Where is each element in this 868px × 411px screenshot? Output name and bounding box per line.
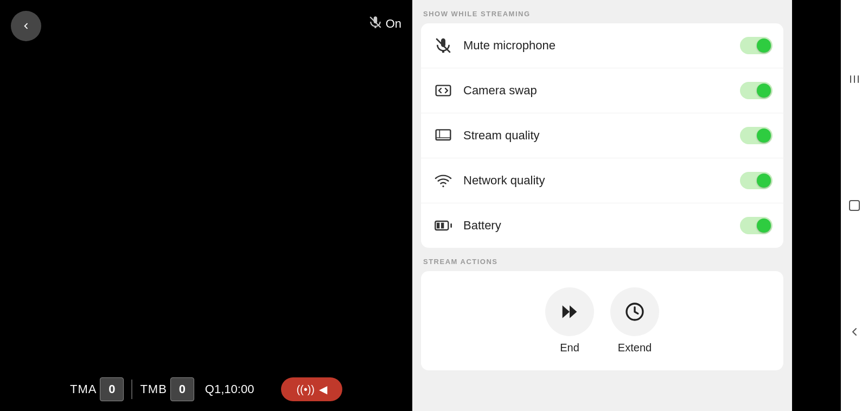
score-divider	[131, 380, 132, 399]
edge-navigation	[841, 0, 868, 411]
battery-toggle[interactable]	[740, 217, 773, 234]
extend-label: Extend	[618, 342, 652, 354]
svg-rect-12	[850, 201, 859, 210]
stream-actions-header: STREAM ACTIONS	[412, 248, 792, 271]
network-quality-label: Network quality	[463, 174, 731, 188]
live-button[interactable]: ((•)) ◀	[281, 377, 342, 401]
mic-status: On	[368, 15, 401, 33]
stream-quality-row: Stream quality	[421, 113, 783, 158]
back-button[interactable]	[11, 11, 41, 41]
mute-microphone-row: Mute microphone	[421, 23, 783, 68]
square-button[interactable]	[844, 195, 865, 216]
extend-button[interactable]: Extend	[610, 287, 659, 354]
network-quality-toggle[interactable]	[740, 172, 773, 189]
chevron-right-button[interactable]	[844, 321, 865, 343]
mute-microphone-label: Mute microphone	[463, 38, 731, 53]
end-icon-circle	[545, 287, 594, 336]
team-a-section: TMA 0	[70, 377, 124, 401]
svg-rect-10	[854, 75, 855, 83]
team-b-score: 0	[170, 377, 194, 401]
team-a-label: TMA	[70, 382, 97, 396]
team-a-score: 0	[100, 377, 124, 401]
camera-swap-toggle[interactable]	[740, 82, 773, 99]
battery-icon	[432, 214, 455, 237]
stream-quality-toggle[interactable]	[740, 127, 773, 144]
svg-rect-6	[437, 223, 439, 229]
svg-rect-2	[436, 86, 451, 96]
stream-actions-card: End Extend	[421, 271, 783, 370]
live-label: ◀	[319, 383, 327, 396]
team-b-label: TMB	[140, 382, 167, 396]
scoreboard: TMA 0 TMB 0 Q1,10:00 ((•)) ◀	[0, 377, 412, 401]
network-quality-row: Network quality	[421, 158, 783, 203]
stream-quality-label: Stream quality	[463, 129, 731, 143]
mute-microphone-toggle[interactable]	[740, 37, 773, 54]
mute-mic-icon	[432, 34, 455, 57]
mic-on-label: On	[386, 17, 401, 31]
mic-icon	[368, 15, 382, 33]
team-b-section: TMB 0	[140, 377, 194, 401]
svg-rect-3	[436, 130, 451, 140]
camera-swap-icon	[432, 79, 455, 102]
settings-card: Mute microphone Camera swap	[421, 23, 783, 248]
end-button[interactable]: End	[545, 287, 594, 354]
bars-button[interactable]	[844, 68, 865, 90]
stream-quality-icon	[432, 124, 455, 147]
video-panel: On TMA 0 TMB 0 Q1,10:00 ((•)) ◀	[0, 0, 412, 411]
main-layout: On TMA 0 TMB 0 Q1,10:00 ((•)) ◀ SHOW WHI…	[0, 0, 868, 411]
battery-row: Battery	[421, 203, 783, 248]
live-icon: ((•))	[296, 383, 315, 396]
extend-icon-circle	[610, 287, 659, 336]
camera-swap-label: Camera swap	[463, 84, 731, 98]
show-while-streaming-header: SHOW WHILE STREAMING	[412, 0, 792, 23]
svg-rect-7	[441, 223, 444, 229]
svg-rect-9	[850, 75, 851, 83]
svg-point-4	[442, 185, 444, 187]
camera-swap-row: Camera swap	[421, 68, 783, 113]
svg-rect-11	[858, 75, 859, 83]
battery-label: Battery	[463, 219, 731, 233]
settings-panel: SHOW WHILE STREAMING Mute microphone	[412, 0, 792, 411]
network-quality-icon	[432, 169, 455, 192]
end-label: End	[560, 342, 579, 354]
quarter-time: Q1,10:00	[205, 382, 254, 396]
